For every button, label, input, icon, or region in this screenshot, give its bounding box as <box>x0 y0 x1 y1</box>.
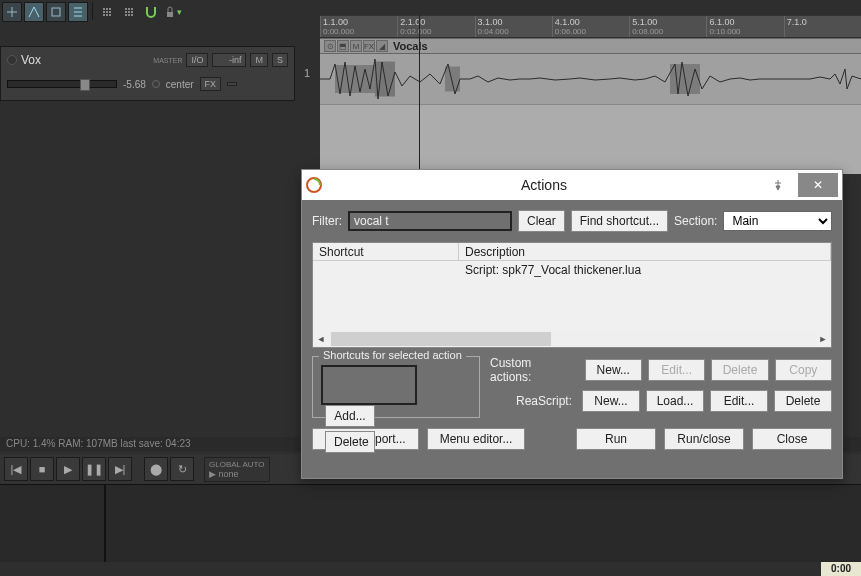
run-close-button[interactable]: Run/close <box>664 428 744 450</box>
ruler-bar-7: 7.1.0 <box>787 17 807 27</box>
ruler-bar-4: 4.1.00 <box>555 17 580 27</box>
grid-dots-icon-2[interactable] <box>119 2 139 22</box>
global-automation-mode[interactable]: GLOBAL AUTO ▶ none <box>204 457 270 482</box>
waveform-display <box>320 54 861 104</box>
cell-description: Script: spk77_Vocal thickener.lua <box>459 261 831 279</box>
item-fx-icon[interactable]: FX <box>363 40 375 52</box>
mixer-area[interactable] <box>0 484 861 562</box>
grid-dots-icon[interactable] <box>97 2 117 22</box>
volume-readout: -5.68 <box>123 79 146 90</box>
ruler-bar-3: 3.1.00 <box>478 17 503 27</box>
run-button[interactable]: Run <box>576 428 656 450</box>
shortcut-delete-button[interactable]: Delete <box>325 431 375 453</box>
auto-label-1: GLOBAL AUTO <box>209 460 265 469</box>
dialog-titlebar[interactable]: Actions ✕ <box>302 170 842 200</box>
ruler-bar-2: 2.1.00 <box>400 17 425 27</box>
edit-cursor[interactable] <box>419 15 420 175</box>
item-lock-icon[interactable]: ⊙ <box>324 40 336 52</box>
arrange-track-1[interactable] <box>320 54 861 104</box>
record-arm-button[interactable] <box>7 55 17 65</box>
master-send-label: MASTER <box>153 57 182 64</box>
toolbar-btn-4[interactable] <box>68 2 88 22</box>
solo-button[interactable]: S <box>272 53 288 67</box>
volume-slider[interactable] <box>7 80 117 88</box>
cell-shortcut <box>313 261 459 279</box>
shortcuts-legend: Shortcuts for selected action <box>319 349 466 361</box>
item-mute-icon[interactable]: ⬒ <box>337 40 349 52</box>
filter-input[interactable] <box>348 211 512 231</box>
shortcuts-list[interactable] <box>321 365 417 405</box>
track-name[interactable]: Vox <box>21 53 149 67</box>
ruler-time-3: 0:04.000 <box>478 27 509 36</box>
repeat-button[interactable]: ↻ <box>170 457 194 481</box>
toolbar-btn-3[interactable] <box>46 2 66 22</box>
horizontal-scrollbar[interactable]: ◄ ► <box>313 331 831 347</box>
close-button[interactable]: ✕ <box>798 173 838 197</box>
arrange-track-2[interactable] <box>320 104 861 174</box>
scroll-left-icon[interactable]: ◄ <box>313 331 329 347</box>
pause-button[interactable]: ❚❚ <box>82 457 106 481</box>
go-to-start-button[interactable]: |◀ <box>4 457 28 481</box>
actions-list[interactable]: Shortcut Description Script: spk77_Vocal… <box>312 242 832 348</box>
pan-knob[interactable] <box>152 80 160 88</box>
find-shortcut-button[interactable]: Find shortcut... <box>571 210 668 232</box>
col-description[interactable]: Description <box>459 243 831 260</box>
stop-button[interactable]: ■ <box>30 457 54 481</box>
go-to-end-button[interactable]: ▶| <box>108 457 132 481</box>
item-env-icon[interactable]: ◢ <box>376 40 388 52</box>
shortcut-add-button[interactable]: Add... <box>325 405 375 427</box>
custom-new-button[interactable]: New... <box>585 359 642 381</box>
menu-editor-button[interactable]: Menu editor... <box>427 428 526 450</box>
dialog-title: Actions <box>330 177 758 193</box>
dialog-close-button[interactable]: Close <box>752 428 832 450</box>
inf-readout: -inf <box>212 53 246 67</box>
reascript-edit-button[interactable]: Edit... <box>710 390 768 412</box>
svg-rect-1 <box>167 12 173 17</box>
track-control-panel[interactable]: Vox MASTER I/O -inf M S -5.68 center FX … <box>0 46 295 101</box>
mixer-divider <box>104 485 106 562</box>
custom-copy-button[interactable]: Copy <box>775 359 832 381</box>
ruler-bar-1: 1.1.00 <box>323 17 348 27</box>
app-icon <box>306 177 322 193</box>
lock-icon[interactable]: ▾ <box>163 2 183 22</box>
snap-icon[interactable] <box>141 2 161 22</box>
reascript-delete-button[interactable]: Delete <box>774 390 832 412</box>
scroll-right-icon[interactable]: ► <box>815 331 831 347</box>
reascript-new-button[interactable]: New... <box>582 390 640 412</box>
pin-button[interactable] <box>758 173 798 197</box>
io-button[interactable]: I/O <box>186 53 208 67</box>
filter-label: Filter: <box>312 214 342 228</box>
auto-label-2: ▶ none <box>209 469 265 479</box>
section-label: Section: <box>674 214 717 228</box>
toolbar-btn-2[interactable] <box>24 2 44 22</box>
custom-actions-label: Custom actions: <box>490 356 575 384</box>
ruler-bar-6: 6.1.00 <box>709 17 734 27</box>
item-name: Vocals <box>393 40 428 52</box>
mute-button[interactable]: M <box>250 53 268 67</box>
record-button[interactable]: ⬤ <box>144 457 168 481</box>
fx-bypass-button[interactable] <box>227 82 237 86</box>
reascript-load-button[interactable]: Load... <box>646 390 704 412</box>
toolbar-btn-1[interactable] <box>2 2 22 22</box>
time-display[interactable]: 0:00 <box>821 562 861 576</box>
scroll-thumb[interactable] <box>331 332 551 346</box>
reascript-label: ReaScript: <box>516 394 572 408</box>
section-select[interactable]: Main <box>723 211 832 231</box>
fx-button[interactable]: FX <box>200 77 222 91</box>
clear-button[interactable]: Clear <box>518 210 565 232</box>
custom-edit-button[interactable]: Edit... <box>648 359 705 381</box>
track-item-header[interactable]: ⊙ ⬒ M FX ◢ Vocals <box>320 38 861 54</box>
ruler-time-1: 0:00.000 <box>323 27 354 36</box>
pan-readout: center <box>166 79 194 90</box>
ruler-time-4: 0:06.000 <box>555 27 586 36</box>
timeline-ruler[interactable]: 1.1.000:00.000 2.1.000:02.000 3.1.000:04… <box>320 15 861 37</box>
list-row[interactable]: Script: spk77_Vocal thickener.lua <box>313 261 831 279</box>
shortcuts-group: Shortcuts for selected action Add... Del… <box>312 356 480 418</box>
actions-dialog: Actions ✕ Filter: Clear Find shortcut...… <box>301 169 843 479</box>
volume-thumb[interactable] <box>80 79 90 91</box>
item-btn-m[interactable]: M <box>350 40 362 52</box>
custom-delete-button[interactable]: Delete <box>711 359 768 381</box>
col-shortcut[interactable]: Shortcut <box>313 243 459 260</box>
list-header: Shortcut Description <box>313 243 831 261</box>
play-button[interactable]: ▶ <box>56 457 80 481</box>
